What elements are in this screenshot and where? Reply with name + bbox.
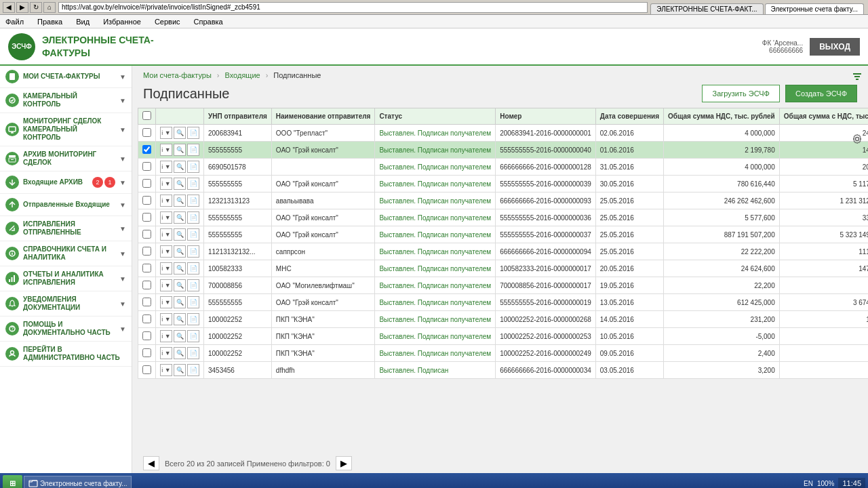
filter-button[interactable] (852, 71, 863, 85)
breadcrumb-my-invoices[interactable]: Мои счета-фактуры (143, 71, 212, 79)
sidebar-item-outgoing[interactable]: Отправленные Входящие ▼ (0, 194, 132, 216)
row-search-btn[interactable]: 🔍 (174, 330, 186, 342)
row-doc-btn[interactable]: 📄 (187, 211, 199, 224)
row-info-btn[interactable]: i ▼ (160, 127, 172, 139)
row-doc-btn[interactable]: 📄 (187, 161, 199, 173)
row-info-btn[interactable]: i ▼ (160, 330, 172, 342)
row-checkbox[interactable] (142, 179, 151, 188)
menu-favorites[interactable]: Избранное (100, 17, 144, 26)
badge-1: 1 (104, 177, 115, 188)
row-doc-btn[interactable]: 📄 (187, 195, 199, 207)
row-info-btn[interactable]: i ▼ (160, 161, 172, 173)
forward-btn[interactable]: ▶ (16, 2, 28, 13)
row-checkbox[interactable] (142, 196, 151, 205)
menu-view[interactable]: Вид (73, 17, 92, 26)
row-info-btn[interactable]: i ▼ (160, 195, 172, 207)
sidebar-item-reports[interactable]: ОТЧЕТЫ И АНАЛИТИКА ИСПРАВЛЕНИЯ ▼ (0, 266, 132, 291)
row-search-btn[interactable]: 🔍 (174, 245, 186, 258)
sidebar-item-audit[interactable]: КАМЕРАЛЬНЫЙ КОНТРОЛЬ ▼ (0, 88, 132, 113)
load-invoice-button[interactable]: Загрузить ЭСЧФ (702, 85, 779, 102)
row-checkbox[interactable] (142, 365, 151, 374)
row-doc-btn[interactable]: 📄 (187, 245, 199, 258)
row-info-btn[interactable]: i ▼ (160, 262, 172, 274)
sidebar-item-corrections[interactable]: ИСПРАВЛЕНИЯ ОТПРАВЛЕННЫЕ ▼ (0, 216, 132, 241)
sidebar-item-my-invoices[interactable]: МОИ СЧЕТА-ФАКТУРЫ ▼ (0, 66, 132, 88)
back-btn[interactable]: ◀ (3, 2, 15, 13)
sidebar-item-notifications[interactable]: УВЕДОМЛЕНИЯ ДОКУМЕНТАЦИИ ▼ (0, 291, 132, 317)
row-info-btn[interactable]: i ▼ (160, 347, 172, 359)
row-doc-btn[interactable]: 📄 (187, 144, 199, 156)
row-info-btn[interactable]: i ▼ (160, 313, 172, 325)
row-doc-btn[interactable]: 📄 (187, 178, 199, 190)
row-nds: 5 577,600 (663, 209, 779, 226)
row-doc-btn[interactable]: 📄 (187, 347, 199, 359)
row-checkbox[interactable] (142, 145, 151, 154)
menu-help[interactable]: Справка (191, 17, 226, 26)
sidebar-item-incoming[interactable]: Входящие АРХИВ 2 1 ▼ (0, 171, 132, 194)
sidebar-item-archive[interactable]: АРХИВ МОНИТОРИНГ СДЕЛОК ▼ (0, 146, 132, 171)
row-checkbox[interactable] (142, 281, 151, 289)
sidebar-item-reference[interactable]: СПРАВОЧНИКИ СЧЕТА И АНАЛИТИКА ▼ (0, 241, 132, 266)
row-checkbox[interactable] (142, 298, 151, 306)
row-search-btn[interactable]: 🔍 (174, 161, 186, 173)
row-checkbox[interactable] (142, 230, 151, 239)
row-doc-btn[interactable]: 📄 (187, 228, 199, 241)
row-info-btn[interactable]: i ▼ (160, 364, 172, 376)
row-doc-btn[interactable]: 📄 (187, 296, 199, 308)
row-doc-btn[interactable]: 📄 (187, 330, 199, 342)
row-search-btn[interactable]: 🔍 (174, 347, 186, 359)
scroll-right-button[interactable]: ▶ (336, 456, 352, 470)
browser-tab-1[interactable]: ЭЛЕКТРОННЫЕ СЧЕТА-ФАКТ... (650, 3, 763, 14)
row-doc-btn[interactable]: 📄 (187, 262, 199, 274)
scroll-left-button[interactable]: ◀ (143, 456, 159, 470)
taskbar-explorer[interactable]: Электронные счета факту... (24, 476, 132, 488)
row-search-btn[interactable]: 🔍 (174, 364, 186, 376)
menu-service[interactable]: Сервис (152, 17, 183, 26)
row-info-btn[interactable]: i ▼ (160, 228, 172, 241)
sidebar-item-help[interactable]: ПОМОЩЬ И ДОКУМЕНТАЛЬНО ЧАСТЬ ▼ (0, 317, 132, 342)
row-doc-btn[interactable]: 📄 (187, 364, 199, 376)
row-checkbox[interactable] (142, 213, 151, 222)
breadcrumb-incoming[interactable]: Входящие (225, 71, 260, 79)
row-checkbox[interactable] (142, 128, 151, 137)
row-checkbox[interactable] (142, 247, 151, 256)
row-info-btn[interactable]: i ▼ (160, 279, 172, 291)
home-btn[interactable]: ⌂ (43, 2, 56, 13)
menu-file[interactable]: Файл (3, 17, 26, 26)
refresh-btn[interactable]: ↻ (30, 2, 42, 13)
row-search-btn[interactable]: 🔍 (174, 127, 186, 139)
row-search-btn[interactable]: 🔍 (174, 178, 186, 190)
settings-button[interactable] (852, 134, 863, 146)
menu-edit[interactable]: Правка (35, 17, 65, 26)
row-checkbox[interactable] (142, 348, 151, 357)
sidebar-item-admin[interactable]: ПЕРЕЙТИ В АДМИНИСТРАТИВНО ЧАСТЬ (0, 342, 132, 367)
row-checkbox[interactable] (142, 331, 151, 340)
row-doc-btn[interactable]: 📄 (187, 127, 199, 139)
row-doc-btn[interactable]: 📄 (187, 279, 199, 291)
table-body: i ▼ 🔍 📄 200683941 ООО "Трепласт" Выставл… (138, 125, 869, 379)
row-search-btn[interactable]: 🔍 (174, 313, 186, 325)
row-info-btn[interactable]: i ▼ (160, 178, 172, 190)
row-info-btn[interactable]: i ▼ (160, 296, 172, 308)
row-search-btn[interactable]: 🔍 (174, 144, 186, 156)
row-search-btn[interactable]: 🔍 (174, 296, 186, 308)
start-button[interactable]: ⊞ (3, 475, 22, 488)
sidebar-item-monitoring[interactable]: МОНИТОРИНГ СДЕЛОК КАМЕРАЛЬНЫЙ КОНТРОЛЬ ▼ (0, 113, 132, 146)
row-checkbox[interactable] (142, 264, 151, 272)
row-doc-btn[interactable]: 📄 (187, 313, 199, 325)
row-search-btn[interactable]: 🔍 (174, 228, 186, 241)
row-search-btn[interactable]: 🔍 (174, 195, 186, 207)
row-search-btn[interactable]: 🔍 (174, 262, 186, 274)
row-info-btn[interactable]: i ▼ (160, 245, 172, 258)
row-info-btn[interactable]: i ▼ (160, 211, 172, 224)
browser-tab-2[interactable]: Электронные счета факту... (765, 3, 864, 14)
address-bar[interactable] (58, 2, 648, 13)
row-info-btn[interactable]: i ▼ (160, 144, 172, 156)
row-search-btn[interactable]: 🔍 (174, 279, 186, 291)
logout-button[interactable]: ВЫХОД (810, 38, 860, 56)
row-search-btn[interactable]: 🔍 (174, 211, 186, 224)
row-checkbox[interactable] (142, 314, 151, 323)
svg-rect-16 (9, 279, 10, 282)
select-all-checkbox[interactable] (142, 111, 151, 120)
row-checkbox[interactable] (142, 162, 151, 171)
